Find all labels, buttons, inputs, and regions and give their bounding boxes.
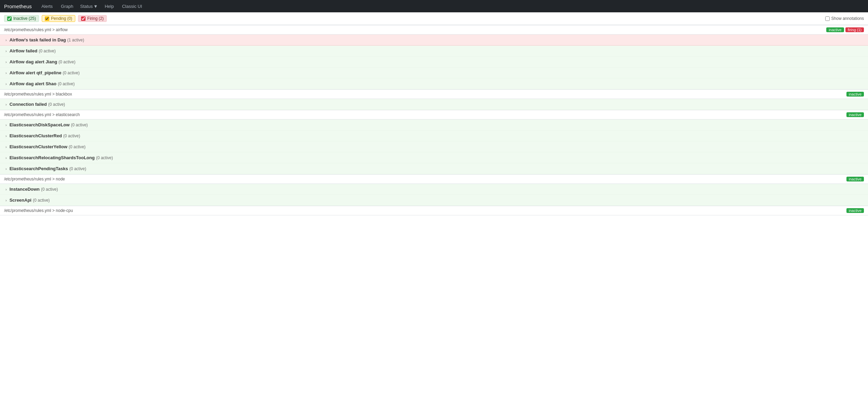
chevron-right-icon: › — [5, 156, 7, 160]
rule-name: Airflow dag alert Jiang — [10, 59, 57, 64]
filter-inactive[interactable]: Inactive (25) — [4, 15, 39, 22]
rule-row[interactable]: ›Airflow dag alert Shao (0 active) — [0, 78, 868, 89]
rule-group-badges-elasticsearch: inactive — [846, 112, 864, 117]
rule-active-count: (1 active) — [67, 38, 84, 42]
rule-active-count: (0 active) — [71, 123, 88, 127]
rule-row[interactable]: ›Airflow dag alert Jiang (0 active) — [0, 56, 868, 67]
main-content: /etc/prometheus/rules.yml > airflowinact… — [0, 25, 868, 215]
brand-logo[interactable]: Prometheus — [4, 3, 32, 9]
rule-name: Connection failed — [10, 102, 47, 107]
rule-name: Airflow failed — [10, 48, 38, 53]
navbar: Prometheus Alerts Graph Status ▼ Help Cl… — [0, 0, 868, 12]
rule-active-count: (0 active) — [33, 198, 50, 203]
chevron-right-icon: › — [5, 145, 7, 149]
rule-name: Airflow's task failed in Dag — [10, 37, 66, 42]
rule-name: ElasticsearchClusterRed — [10, 133, 62, 138]
chevron-right-icon: › — [5, 82, 7, 86]
filter-firing[interactable]: Firing (2) — [78, 15, 107, 22]
rule-group-badges-node-cpu: inactive — [846, 208, 864, 213]
rule-group-elasticsearch: /etc/prometheus/rules.yml > elasticsearc… — [0, 110, 868, 119]
rule-group-badges-node: inactive — [846, 177, 864, 181]
rule-active-count: (0 active) — [69, 166, 86, 171]
nav-help[interactable]: Help — [103, 1, 115, 12]
rule-group-badges-blackbox: inactive — [846, 92, 864, 97]
badge-inactive-blackbox: inactive — [846, 92, 864, 97]
inactive-checkbox[interactable] — [7, 16, 12, 21]
rule-row[interactable]: ›ElasticsearchDiskSpaceLow (0 active) — [0, 119, 868, 130]
rule-active-count: (0 active) — [63, 134, 80, 138]
badge-inactive-node-cpu: inactive — [846, 208, 864, 213]
rule-active-count: (0 active) — [48, 102, 65, 107]
chevron-right-icon: › — [5, 167, 7, 171]
show-annotations-checkbox[interactable] — [825, 16, 830, 21]
rule-active-count: (0 active) — [63, 71, 79, 75]
rule-name: Airflow dag alert Shao — [10, 81, 56, 86]
rule-group-node-cpu: /etc/prometheus/rules.yml > node-cpuinac… — [0, 206, 868, 215]
rule-name: ElasticsearchPendingTasks — [10, 166, 68, 171]
chevron-right-icon: › — [5, 134, 7, 138]
rule-group-path-elasticsearch: /etc/prometheus/rules.yml > elasticsearc… — [4, 112, 80, 117]
badge-inactive-elasticsearch: inactive — [846, 112, 864, 117]
rule-row[interactable]: ›ElasticsearchPendingTasks (0 active) — [0, 163, 868, 174]
rule-group-path-airflow: /etc/prometheus/rules.yml > airflow — [4, 27, 68, 32]
rule-row[interactable]: ›InstanceDown (0 active) — [0, 184, 868, 195]
rule-name: ElasticsearchClusterYellow — [10, 144, 67, 149]
rule-name: ElasticsearchDiskSpaceLow — [10, 122, 70, 127]
rule-name: Airflow alert qtf_pipeline — [10, 70, 62, 75]
rule-group-badges-airflow: inactivefiring (1) — [826, 27, 864, 32]
rule-group-blackbox: /etc/prometheus/rules.yml > blackboxinac… — [0, 89, 868, 99]
rule-active-count: (0 active) — [58, 81, 75, 86]
rule-row[interactable]: ›Airflow failed (0 active) — [0, 46, 868, 56]
rule-group-path-node-cpu: /etc/prometheus/rules.yml > node-cpu — [4, 208, 73, 213]
show-annotations-toggle[interactable]: Show annotations — [825, 16, 864, 21]
badge-inactive-node: inactive — [846, 177, 864, 181]
chevron-right-icon: › — [5, 71, 7, 75]
chevron-right-icon: › — [5, 198, 7, 202]
nav-classic-ui[interactable]: Classic UI — [121, 1, 144, 12]
rule-active-count: (0 active) — [39, 49, 55, 53]
rule-name: ScreenApi — [10, 198, 31, 203]
firing-checkbox[interactable] — [81, 16, 86, 21]
rule-group-path-blackbox: /etc/prometheus/rules.yml > blackbox — [4, 92, 72, 97]
nav-graph[interactable]: Graph — [60, 1, 75, 12]
chevron-right-icon: › — [5, 60, 7, 64]
chevron-right-icon: › — [5, 102, 7, 106]
rule-active-count: (0 active) — [96, 155, 113, 160]
rule-row[interactable]: ›Airflow alert qtf_pipeline (0 active) — [0, 67, 868, 78]
badge-firing-airflow: firing (1) — [845, 27, 864, 32]
rule-row[interactable]: ›ScreenApi (0 active) — [0, 195, 868, 206]
nav-alerts[interactable]: Alerts — [40, 1, 54, 12]
filter-pending[interactable]: Pending (0) — [42, 15, 75, 22]
rule-group-airflow: /etc/prometheus/rules.yml > airflowinact… — [0, 25, 868, 35]
rule-row[interactable]: ›Airflow's task failed in Dag (1 active) — [0, 35, 868, 46]
rule-active-count: (0 active) — [69, 144, 86, 149]
rule-row[interactable]: ›Connection failed (0 active) — [0, 99, 868, 110]
chevron-right-icon: › — [5, 187, 7, 191]
rule-row[interactable]: ›ElasticsearchClusterRed (0 active) — [0, 130, 868, 141]
rule-row[interactable]: ›ElasticsearchClusterYellow (0 active) — [0, 141, 868, 152]
rule-group-path-node: /etc/prometheus/rules.yml > node — [4, 177, 65, 181]
pending-checkbox[interactable] — [45, 16, 49, 21]
nav-status-dropdown[interactable]: Status ▼ — [80, 4, 98, 9]
chevron-right-icon: › — [5, 123, 7, 127]
badge-inactive-airflow: inactive — [826, 27, 844, 32]
rule-active-count: (0 active) — [59, 60, 75, 64]
chevron-right-icon: › — [5, 49, 7, 53]
rule-name: InstanceDown — [10, 187, 40, 192]
rule-row[interactable]: ›ElasticsearchRelocatingShardsTooLong (0… — [0, 152, 868, 163]
filter-bar: Inactive (25) Pending (0) Firing (2) Sho… — [0, 12, 868, 25]
rule-name: ElasticsearchRelocatingShardsTooLong — [10, 155, 95, 160]
rule-group-node: /etc/prometheus/rules.yml > nodeinactive — [0, 174, 868, 184]
rule-active-count: (0 active) — [41, 187, 58, 192]
chevron-right-icon: › — [5, 38, 7, 42]
